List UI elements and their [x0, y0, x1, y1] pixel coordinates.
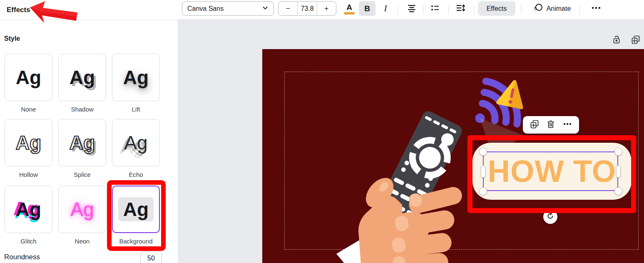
bulleted-list-icon: [430, 3, 440, 15]
text-align-button[interactable]: [403, 1, 421, 16]
effect-preview: Ag: [70, 200, 94, 219]
more-dots-icon: [562, 119, 572, 131]
style-option-splice[interactable]: Ag Splice: [58, 119, 106, 178]
more-options-button[interactable]: [587, 1, 605, 16]
style-option-label: Shadow: [71, 106, 93, 113]
resize-handle-top-right[interactable]: [614, 148, 622, 156]
style-option-label: Neon: [75, 238, 90, 245]
animate-button[interactable]: Animate: [527, 1, 577, 16]
style-option-hollow[interactable]: Ag Hollow: [5, 119, 52, 178]
toolbar-divider: [448, 5, 449, 14]
style-option-label: Echo: [129, 171, 143, 178]
duplicate-page-icon: [631, 35, 641, 46]
effect-preview: Ag: [124, 133, 147, 152]
style-option-label: Splice: [74, 171, 91, 178]
chevron-down-icon: [262, 5, 269, 13]
resize-handle-right[interactable]: [616, 165, 621, 178]
resize-handle-bottom-right[interactable]: [614, 187, 622, 195]
style-option-label: Hollow: [19, 171, 38, 178]
animate-label: Animate: [547, 5, 571, 12]
effect-preview: Ag: [16, 200, 41, 219]
style-section-title: Style: [4, 35, 20, 42]
design-page[interactable]: HOW TO: [262, 49, 644, 263]
text-color-swatch: [344, 12, 355, 15]
style-option-label: None: [21, 106, 36, 113]
canva-editor: Canva Sans − 73.8 + A B I: [0, 0, 644, 263]
trash-icon: [546, 119, 556, 131]
rotate-handle[interactable]: [543, 210, 557, 224]
text-toolbar: Canva Sans − 73.8 + A B I: [178, 0, 644, 19]
align-center-icon: [407, 3, 417, 15]
bold-button[interactable]: B: [359, 1, 375, 16]
style-option-lift[interactable]: Ag Lift: [112, 54, 160, 113]
style-option-shadow[interactable]: Ag Shadow: [58, 54, 106, 113]
effect-preview: Ag: [70, 133, 95, 152]
style-option-none[interactable]: Ag None: [5, 54, 52, 113]
style-option-label: Lift: [132, 106, 140, 113]
style-option-label: Background: [119, 238, 152, 245]
roundness-input[interactable]: 50: [140, 251, 162, 263]
effect-preview: Ag: [16, 68, 41, 87]
text-color-letter: A: [346, 3, 352, 11]
line-spacing-icon: [455, 3, 465, 15]
style-option-echo[interactable]: Ag Echo: [112, 119, 160, 178]
canvas-workspace: HOW TO: [178, 19, 644, 263]
effects-panel: Effects Style Ag None Ag Shadow Ag Lift …: [0, 0, 178, 263]
toolbar-divider: [398, 5, 398, 14]
duplicate-icon: [530, 119, 540, 131]
line-spacing-button[interactable]: [452, 1, 469, 16]
font-size-stepper: − 73.8 +: [278, 1, 336, 16]
toolbar-divider: [474, 5, 474, 14]
resize-handle-top-left[interactable]: [479, 148, 487, 156]
resize-handle-bottom-left[interactable]: [479, 187, 487, 195]
italic-button[interactable]: I: [377, 1, 394, 16]
style-row-3: Ag Glitch Ag Neon Ag Background: [5, 186, 160, 245]
style-row-1: Ag None Ag Shadow Ag Lift: [5, 54, 160, 113]
font-family-value: Canva Sans: [187, 5, 262, 12]
duplicate-page-button[interactable]: [630, 35, 641, 46]
effects-toolbar-button[interactable]: Effects: [478, 1, 515, 16]
font-size-input[interactable]: 73.8: [297, 2, 317, 15]
unlock-icon: [612, 35, 622, 46]
resize-handle-left[interactable]: [481, 165, 485, 178]
effects-panel-header: Effects: [0, 0, 178, 20]
effect-preview: Ag: [123, 68, 149, 87]
style-option-glitch[interactable]: Ag Glitch: [5, 186, 52, 245]
delete-element-button[interactable]: [545, 119, 557, 131]
toolbar-divider: [521, 5, 521, 14]
roundness-label: Roundness: [4, 253, 40, 261]
bulleted-list-button[interactable]: [427, 1, 443, 16]
warning-triangle-icon: [496, 77, 528, 109]
font-family-dropdown[interactable]: Canva Sans: [182, 1, 274, 16]
style-row-2: Ag Hollow Ag Splice Ag Echo: [5, 119, 160, 178]
style-option-background[interactable]: Ag Background: [112, 186, 160, 245]
toolbar-divider: [579, 5, 580, 14]
rotate-icon: [546, 212, 554, 222]
font-size-increase-button[interactable]: +: [317, 2, 336, 15]
element-floating-toolbar: [523, 116, 579, 134]
toolbar-divider: [423, 5, 423, 14]
effect-preview: Ag: [16, 133, 41, 152]
effect-preview: Ag: [70, 68, 95, 87]
panel-title: Effects: [7, 6, 30, 14]
animate-circles-icon: [532, 3, 543, 15]
selection-box: [483, 151, 618, 191]
duplicate-element-button[interactable]: [528, 119, 541, 131]
font-size-decrease-button[interactable]: −: [278, 2, 297, 15]
lock-button[interactable]: [611, 35, 622, 46]
style-option-neon[interactable]: Ag Neon: [58, 186, 106, 245]
style-option-label: Glitch: [20, 238, 36, 245]
effect-preview: Ag: [118, 197, 154, 221]
element-more-button[interactable]: [561, 119, 574, 131]
text-color-button[interactable]: A: [341, 1, 358, 16]
more-dots-icon: [591, 3, 602, 15]
